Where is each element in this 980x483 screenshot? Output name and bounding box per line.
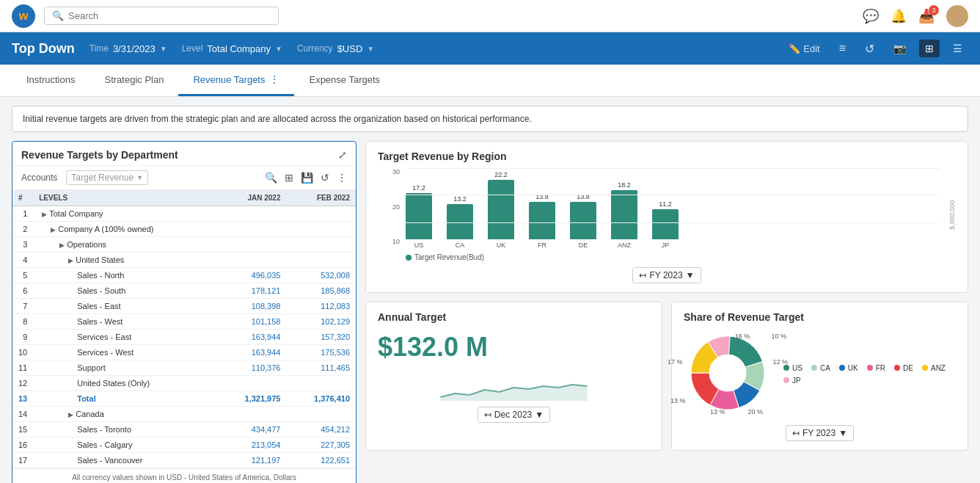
row-label: Sales - Toronto <box>33 422 217 437</box>
tab-revenue-targets[interactable]: Revenue Targets ⋮ <box>178 65 294 96</box>
pie-segment <box>728 336 763 367</box>
row-num: 7 <box>12 299 33 314</box>
row-label: ▶Canada <box>33 407 217 422</box>
search-input[interactable] <box>68 10 271 21</box>
accounts-select[interactable]: Target Revenue ▼ <box>66 170 148 185</box>
save-panel-icon[interactable]: 💾 <box>301 172 313 184</box>
toolbar-level[interactable]: Level Total Company ▼ <box>182 43 282 54</box>
y-label-10: 10 <box>378 238 400 245</box>
row-jan: 163,944 <box>217 330 287 345</box>
tabs-row: Instructions Strategic Plan Revenue Targ… <box>0 65 980 97</box>
refresh-panel-icon[interactable]: ↺ <box>321 172 329 184</box>
col-jan: JAN 2022 <box>217 190 287 206</box>
search-icon: 🔍 <box>52 10 64 21</box>
row-feb: 102,129 <box>286 314 356 330</box>
table-row: 7 Sales - East 108,398 112,083 <box>12 299 356 314</box>
pie-legend-item: UK <box>839 364 858 372</box>
edit-label: Edit <box>803 43 819 54</box>
row-feb: 454,212 <box>286 422 356 437</box>
bottom-row: Annual Target $132.0 M ↤ Dec 2023 ▼ <box>365 302 968 451</box>
row-jan: 110,376 <box>217 360 287 376</box>
row-feb: 1,376,410 <box>286 391 356 407</box>
row-label: ▶United States <box>33 253 217 268</box>
row-jan <box>217 237 287 253</box>
tab-expense-targets[interactable]: Expense Targets <box>294 65 395 96</box>
row-jan <box>217 407 287 422</box>
row-label: United States (Only) <box>33 376 217 391</box>
currency-value: $USD <box>337 43 363 54</box>
col-feb: FEB 2022 <box>286 190 356 206</box>
table-row: 3 ▶Operations <box>12 237 356 253</box>
row-label: ▶Total Company <box>33 206 217 222</box>
accounts-select-value: Target Revenue <box>71 172 134 183</box>
tab-strategic-plan-label: Strategic Plan <box>104 74 164 85</box>
avatar[interactable] <box>946 5 968 27</box>
expand-icon[interactable]: ⤢ <box>338 149 347 161</box>
footer-note: All currency values shown in USD - Unite… <box>12 468 356 483</box>
tab-more-icon[interactable]: ⋮ <box>269 73 279 85</box>
toolbar-time[interactable]: Time 3/31/2023 ▼ <box>89 43 167 54</box>
panel-header: Revenue Targets by Department ⤢ <box>12 142 356 166</box>
fy-selector-pie[interactable]: ↤ FY 2023 ▼ <box>786 425 854 441</box>
grid-icon: ⊞ <box>925 43 934 54</box>
tab-revenue-targets-label: Revenue Targets <box>193 74 265 85</box>
bar-legend-dot <box>406 255 412 261</box>
fy-selector-bar[interactable]: ↤ FY 2023 ▼ <box>632 267 701 283</box>
tab-strategic-plan[interactable]: Strategic Plan <box>89 65 178 96</box>
toolbar-right: ✏️ Edit ≡ ↺ 📷 ⊞ ☰ <box>783 39 968 59</box>
annual-value: $132.0 M <box>378 332 650 363</box>
y-label-30: 30 <box>378 168 400 175</box>
row-feb: 112,083 <box>286 299 356 314</box>
accounts-chevron: ▼ <box>136 174 143 181</box>
time-chevron: ▼ <box>160 45 167 53</box>
fy-arrow: ↤ <box>639 270 646 280</box>
workday-logo: w <box>12 4 35 28</box>
bell-icon[interactable]: 🔔 <box>891 8 907 24</box>
row-jan: 121,197 <box>217 453 287 468</box>
row-feb: 175,536 <box>286 345 356 360</box>
row-jan <box>217 376 287 391</box>
edit-button[interactable]: ✏️ Edit <box>783 40 825 57</box>
row-jan: 108,398 <box>217 299 287 314</box>
filter-panel-icon[interactable]: ⊞ <box>285 172 293 184</box>
bar-group: 18.2 ANZ <box>611 168 637 249</box>
search-bar[interactable]: 🔍 <box>44 7 279 25</box>
annual-chevron: ▼ <box>535 410 544 420</box>
pie-legend: USCAUKFRDEANZJP <box>783 364 956 385</box>
chat-icon[interactable]: 💬 <box>863 8 879 24</box>
inbox-icon[interactable]: 📥3 <box>918 8 935 24</box>
list-button[interactable]: ☰ <box>947 40 968 57</box>
filter-button[interactable]: ≡ <box>833 39 852 58</box>
more-panel-icon[interactable]: ⋮ <box>337 172 347 184</box>
row-feb <box>286 407 356 422</box>
toolbar-currency[interactable]: Currency $USD ▼ <box>297 43 374 54</box>
bar-group: 17.2 US <box>406 168 432 249</box>
toolbar-title: Top Down <box>12 41 75 57</box>
tab-instructions[interactable]: Instructions <box>12 65 89 96</box>
col-num: # <box>12 190 33 206</box>
row-label: Sales - East <box>33 299 217 314</box>
panel-title: Revenue Targets by Department <box>21 149 178 161</box>
bar-group: 13.2 CA <box>447 168 473 249</box>
annual-target-card: Annual Target $132.0 M ↤ Dec 2023 ▼ <box>365 302 662 451</box>
row-num: 2 <box>12 222 33 237</box>
camera-button[interactable]: 📷 <box>888 40 912 57</box>
pie-title: Share of Revenue Target <box>684 311 956 323</box>
right-panel: Target Revenue by Region 30 20 10 17.2 U… <box>365 141 968 483</box>
level-label: Level <box>182 43 203 54</box>
left-panel: Revenue Targets by Department ⤢ Accounts… <box>12 141 356 483</box>
bar-group: 22.2 UK <box>488 168 514 249</box>
row-jan <box>217 222 287 237</box>
pie-legend-item: ANZ <box>922 364 946 372</box>
bar-group: 13.8 DE <box>570 168 596 249</box>
refresh-button[interactable]: ↺ <box>859 39 880 59</box>
fy-selector-annual[interactable]: ↤ Dec 2023 ▼ <box>478 407 550 423</box>
annual-period: Dec 2023 <box>494 410 532 420</box>
table-row: 12 United States (Only) <box>12 376 356 391</box>
row-feb <box>286 206 356 222</box>
pie-area: 10 % 16 % 17 % 12 % 13 % 13 % 20 % USCAU… <box>684 329 956 419</box>
bar-group: 11.2 JP <box>652 168 679 249</box>
search-panel-icon[interactable]: 🔍 <box>265 172 277 184</box>
row-label: Services - West <box>33 345 217 360</box>
grid-button[interactable]: ⊞ <box>919 40 940 57</box>
